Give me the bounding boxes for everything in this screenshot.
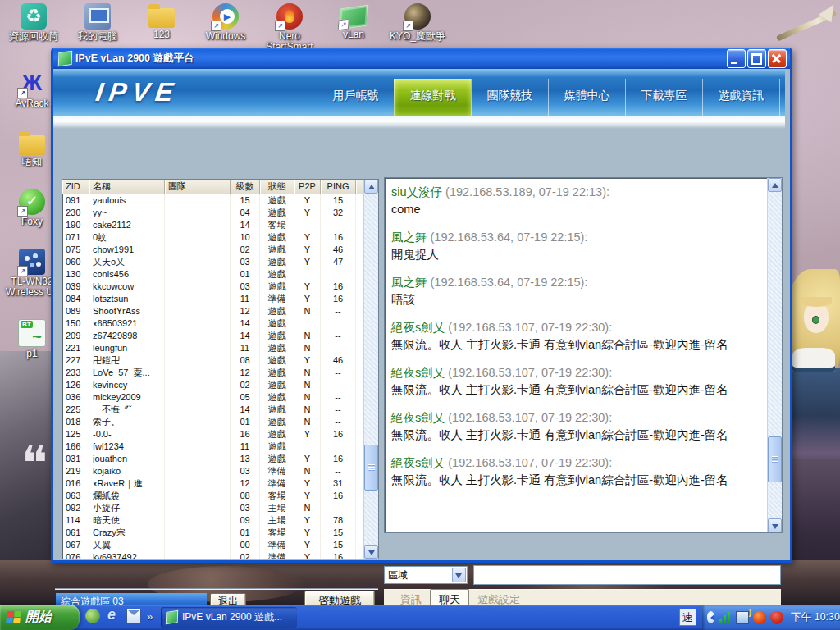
- column-header[interactable]: 級數: [231, 180, 260, 194]
- scroll-down-icon[interactable]: [364, 545, 378, 559]
- desktop-icon-computer[interactable]: 我的電腦: [66, 3, 130, 52]
- msn-icon[interactable]: [85, 609, 100, 623]
- table-cell: 02: [231, 244, 260, 256]
- net-icon[interactable]: [736, 611, 749, 624]
- table-row[interactable]: 219kojaiko03準備N--: [62, 465, 364, 477]
- tray-collapse-icon[interactable]: [707, 611, 714, 623]
- minimize-button[interactable]: [727, 49, 746, 68]
- chat-message: 絕夜s劍乂 (192.168.53.107, 07-19 22:30):無限流。…: [391, 409, 765, 444]
- taskbar-window-button[interactable]: IPvE vLan 2900 遊戲...: [161, 607, 297, 628]
- ime-indicator[interactable]: 速: [679, 609, 696, 626]
- desktop-icon-kyo[interactable]: ↗KYO_魔獸爭: [386, 3, 450, 52]
- table-cell: leungfun: [89, 342, 165, 354]
- table-row[interactable]: 018索子。01遊戲N--: [62, 416, 364, 428]
- table-row[interactable]: 075chow199102遊戲Y46: [62, 244, 364, 256]
- column-header[interactable]: 名稱: [89, 180, 165, 194]
- scroll-thumb[interactable]: [364, 445, 378, 491]
- main-nav: IPVE 用戶帳號連線對戰團隊競技媒體中心下載專區遊戲資訊: [53, 69, 785, 116]
- table-row[interactable]: 076kv693749202準備Y16: [62, 551, 364, 559]
- table-row[interactable]: 209z6742989814遊戲N--: [62, 330, 364, 342]
- foxy-icon: ↗: [19, 189, 45, 215]
- nav-tab-account[interactable]: 用戶帳號: [317, 79, 394, 116]
- table-row[interactable]: 092小旋仔03主場N--: [62, 502, 364, 514]
- column-header[interactable]: PING: [321, 180, 356, 194]
- nav-tab-media[interactable]: 媒體中心: [548, 79, 625, 116]
- table-row[interactable]: 130conis45601遊戲: [62, 268, 364, 281]
- quick-launch-overflow-chevron[interactable]: »: [147, 610, 153, 623]
- table-row[interactable]: 221leungfun11遊戲N--: [62, 342, 364, 354]
- table-row[interactable]: 125-0.0-16遊戲Y16: [62, 428, 364, 441]
- chat-message-header: 絕夜s劍乂 (192.168.53.107, 07-19 22:30):: [391, 454, 765, 472]
- ie-icon[interactable]: [106, 609, 121, 623]
- table-cell: Y: [294, 428, 321, 441]
- table-cell: 31: [321, 477, 356, 490]
- nav-tab-team[interactable]: 團隊競技: [471, 79, 548, 116]
- table-cell: 16: [321, 428, 356, 441]
- chat-message: 風之舞 (192.168.53.64, 07-19 22:15):開鬼捉人: [391, 229, 765, 263]
- desktop-icon-recycle[interactable]: 資源回收筒: [2, 3, 66, 52]
- signal-icon[interactable]: [719, 611, 732, 624]
- table-cell: [165, 231, 231, 244]
- nav-tab-battle[interactable]: 連線對戰: [394, 79, 471, 116]
- column-header[interactable]: 狀態: [260, 180, 294, 194]
- table-cell: 遊戲: [260, 330, 294, 342]
- oe-icon[interactable]: [126, 609, 141, 623]
- column-header[interactable]: P2P: [294, 180, 321, 194]
- window-titlebar[interactable]: IPvE vLan 2900 遊戲平台: [53, 48, 790, 69]
- table-row[interactable]: 061Crazy宗01客場Y15: [62, 527, 364, 539]
- maximize-button[interactable]: [747, 49, 766, 68]
- nav-tab-gameinfo[interactable]: 遊戲資訊: [702, 79, 780, 116]
- scroll-thumb[interactable]: [768, 436, 782, 482]
- start-button[interactable]: 開始: [0, 605, 80, 630]
- table-cell: [165, 428, 231, 441]
- chat-input[interactable]: [473, 565, 781, 585]
- table-row[interactable]: 227卍鎧卍08遊戲Y46: [62, 354, 364, 367]
- table-row[interactable]: 039kkcowcow03遊戲Y16: [62, 281, 364, 293]
- chat-sender-name: siu乂浚仔: [391, 185, 442, 199]
- table-row[interactable]: 060乂天o乂03遊戲Y47: [62, 256, 364, 268]
- table-row[interactable]: 084lotsztsun11準備Y16: [62, 293, 364, 305]
- table-cell: 13: [231, 453, 260, 465]
- table-row[interactable]: 230yy~04遊戲Y32: [62, 207, 364, 219]
- scroll-up-icon[interactable]: [768, 178, 782, 192]
- chat-scrollbar[interactable]: [767, 178, 782, 532]
- scroll-up-icon[interactable]: [364, 180, 378, 194]
- column-header[interactable]: 團隊: [165, 180, 231, 194]
- desktop-icon-folder[interactable]: 123: [130, 3, 194, 52]
- table-row[interactable]: 031jouathen13遊戲Y16: [62, 453, 364, 465]
- desktop-icon-vlan[interactable]: ↗vLan: [322, 3, 386, 52]
- table-row[interactable]: 016xRaveR｜進12準備Y31: [62, 477, 364, 490]
- table-row[interactable]: 089ShootYrAss12遊戲N--: [62, 305, 364, 317]
- table-cell: 客場: [260, 219, 294, 231]
- channel-select[interactable]: 區域: [384, 566, 468, 584]
- table-row[interactable]: 126kevinccy02遊戲N--: [62, 379, 364, 391]
- table-row[interactable]: 036mickey200905遊戲N--: [62, 391, 364, 404]
- table-row[interactable]: 091yaulouis15遊戲Y15: [62, 194, 364, 207]
- nav-tab-download[interactable]: 下載專區: [625, 79, 702, 116]
- table-cell: 客場: [260, 490, 294, 502]
- scroll-down-icon[interactable]: [768, 518, 782, 532]
- table-row[interactable]: 233LoVe_57_粟...12遊戲N--: [62, 367, 364, 379]
- table-row[interactable]: 225 不悔〞ˇ14遊戲N--: [62, 404, 364, 416]
- desktop-icon-nero[interactable]: ↗Nero StartSmart: [258, 3, 322, 52]
- table-row[interactable]: 114暗天使09主場Y78: [62, 514, 364, 527]
- table-row[interactable]: 0710蚊10遊戲Y16: [62, 231, 364, 244]
- close-button[interactable]: [768, 49, 787, 68]
- table-row[interactable]: 150x6850392114遊戲: [62, 317, 364, 330]
- table-cell: 00: [231, 539, 260, 551]
- chevron-down-icon[interactable]: [452, 568, 466, 582]
- column-header[interactable]: ZID: [62, 180, 89, 194]
- table-row[interactable]: 063爛紙袋08客場Y16: [62, 490, 364, 502]
- table-row[interactable]: 067乂翼00準備Y15: [62, 539, 364, 551]
- table-row[interactable]: 166fwl123411遊戲: [62, 441, 364, 453]
- table-row[interactable]: 190cake211214客場: [62, 219, 364, 231]
- table-cell: 16: [321, 231, 356, 244]
- desktop-icon-media[interactable]: ↗Windows: [194, 3, 258, 52]
- table-scrollbar[interactable]: [363, 180, 378, 559]
- table-cell: jouathen: [89, 453, 165, 465]
- pps-icon[interactable]: [753, 611, 766, 624]
- shield-icon[interactable]: [770, 611, 783, 624]
- table-cell: 遊戲: [260, 268, 294, 281]
- table-cell: [165, 305, 231, 317]
- table-cell: Y: [294, 477, 321, 490]
